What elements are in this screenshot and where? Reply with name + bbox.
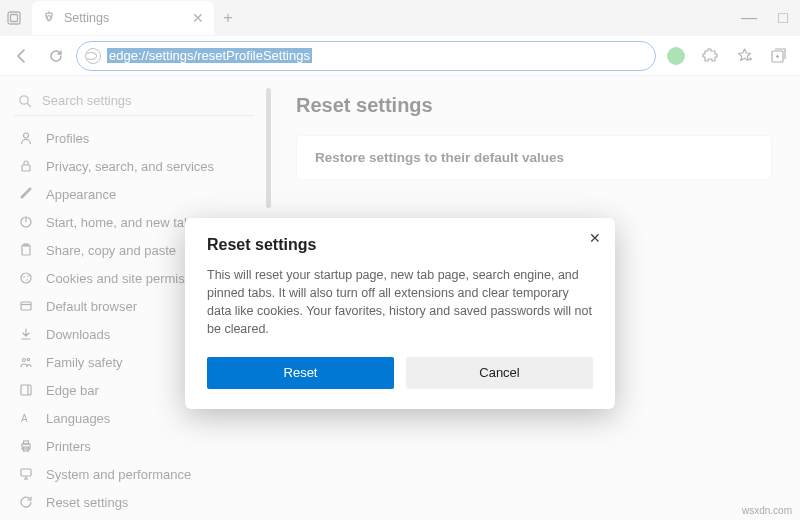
reset-button[interactable]: Reset xyxy=(207,357,394,389)
modal-overlay: Reset settings ✕ This will reset your st… xyxy=(0,0,800,520)
close-dialog-icon[interactable]: ✕ xyxy=(589,230,601,246)
cancel-button[interactable]: Cancel xyxy=(406,357,593,389)
dialog-title: Reset settings xyxy=(207,236,593,254)
dialog-body: This will reset your startup page, new t… xyxy=(207,266,593,339)
reset-dialog: Reset settings ✕ This will reset your st… xyxy=(185,218,615,409)
watermark: wsxdn.com xyxy=(742,505,792,516)
